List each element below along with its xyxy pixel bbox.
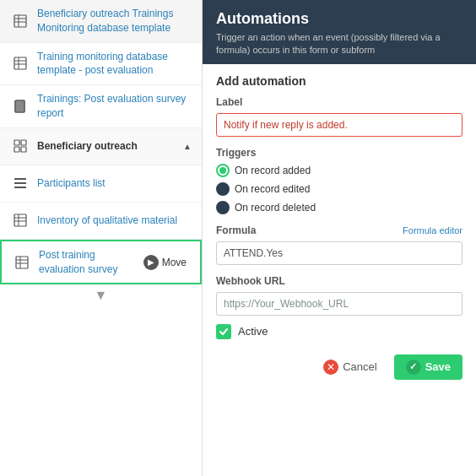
move-button[interactable]: ▶ Move: [140, 253, 190, 272]
sidebar-item-training-monitoring-label: Training monitoring database template - …: [37, 50, 192, 78]
formula-label: Formula: [216, 224, 256, 236]
table-icon: [10, 14, 30, 28]
automations-title: Automations: [216, 10, 462, 28]
sidebar-item-post-training-eval[interactable]: Post training evaluation survey ▶ Move: [0, 240, 202, 285]
svg-rect-14: [14, 178, 26, 180]
svg-rect-10: [14, 140, 19, 145]
formula-row: Formula Formula editor: [216, 224, 462, 236]
list-icon: [10, 176, 30, 190]
triggers-section: Triggers On record added On record edite…: [216, 147, 462, 214]
svg-rect-13: [21, 147, 26, 152]
automations-panel: Automations Trigger an action when an ev…: [203, 0, 476, 476]
formula-input[interactable]: [216, 241, 462, 265]
trigger-on-record-edited[interactable]: On record edited: [216, 182, 462, 196]
sidebar-item-trainings-post-eval-label: Trainings: Post evaluation survey report: [37, 92, 192, 121]
svg-rect-4: [14, 57, 26, 69]
save-icon: ✓: [406, 360, 421, 375]
svg-rect-0: [14, 15, 26, 27]
active-label: Active: [238, 325, 268, 338]
automations-header: Automations Trigger an action when an ev…: [203, 0, 476, 64]
label-field-label: Label: [216, 96, 462, 108]
radio-on-record-deleted[interactable]: [216, 201, 230, 214]
chevron-up-icon: ▲: [183, 142, 192, 151]
trigger-on-record-added[interactable]: On record added: [216, 164, 462, 177]
sidebar-item-participants-list[interactable]: Participants list: [0, 165, 202, 203]
table-icon-4: [12, 256, 32, 269]
add-automation-title: Add automation: [216, 74, 462, 88]
sidebar-item-beneficiary-outreach-trainings-label: Beneficiary outreach Trainings Monitorin…: [37, 7, 192, 35]
trigger-on-record-deleted[interactable]: On record deleted: [216, 201, 462, 214]
automations-description: Trigger an action when an event (possibl…: [216, 31, 462, 57]
active-checkbox[interactable]: [216, 324, 231, 339]
sidebar-item-participants-list-label: Participants list: [37, 176, 192, 191]
trigger-on-record-edited-label[interactable]: On record edited: [235, 183, 310, 195]
form-buttons: ✕ Cancel ✓ Save: [216, 351, 462, 383]
cancel-button[interactable]: ✕ Cancel: [315, 354, 385, 380]
automation-form: Add automation Label Triggers On record …: [203, 64, 476, 393]
table-icon-3: [10, 214, 30, 227]
sidebar-item-beneficiary-outreach-label: Beneficiary outreach: [37, 139, 180, 154]
webhook-label: Webhook URL: [216, 275, 462, 287]
trigger-on-record-deleted-label[interactable]: On record deleted: [235, 202, 316, 214]
save-button-label: Save: [425, 360, 451, 373]
book-icon: [10, 100, 30, 113]
webhook-input[interactable]: [216, 292, 462, 316]
scroll-down-indicator: ▼: [0, 284, 202, 306]
cancel-icon: ✕: [323, 360, 338, 375]
formula-editor-link[interactable]: Formula editor: [403, 225, 462, 235]
radio-inner-on-record-added: [219, 167, 226, 174]
radio-on-record-edited[interactable]: [216, 182, 230, 196]
save-button[interactable]: ✓ Save: [394, 354, 462, 380]
svg-rect-9: [15, 100, 24, 112]
grid-icon: [10, 139, 30, 153]
sidebar-item-inventory-qualitative-label: Inventory of qualitative material: [37, 214, 192, 228]
sidebar-item-trainings-post-eval[interactable]: Trainings: Post evaluation survey report: [0, 85, 202, 128]
sidebar-item-training-monitoring[interactable]: Training monitoring database template - …: [0, 43, 202, 86]
svg-rect-15: [14, 182, 26, 184]
svg-rect-11: [21, 140, 26, 145]
sidebar-item-post-training-eval-label: Post training evaluation survey: [39, 248, 140, 277]
table-icon-2: [10, 57, 30, 70]
radio-on-record-added[interactable]: [216, 164, 230, 177]
sidebar-item-inventory-qualitative[interactable]: Inventory of qualitative material: [0, 203, 202, 240]
move-circle-icon: ▶: [143, 255, 159, 270]
svg-rect-16: [14, 187, 26, 188]
move-button-label: Move: [162, 257, 187, 268]
svg-rect-17: [14, 214, 26, 226]
sidebar: Beneficiary outreach Trainings Monitorin…: [0, 0, 203, 476]
trigger-on-record-added-label[interactable]: On record added: [235, 165, 311, 176]
active-row: Active: [216, 324, 462, 339]
label-input[interactable]: [216, 113, 462, 137]
svg-rect-12: [14, 147, 19, 152]
triggers-label: Triggers: [216, 147, 462, 159]
sidebar-item-beneficiary-outreach-group[interactable]: Beneficiary outreach ▲: [0, 128, 202, 165]
cancel-button-label: Cancel: [343, 360, 376, 373]
sidebar-item-beneficiary-outreach-trainings[interactable]: Beneficiary outreach Trainings Monitorin…: [0, 0, 202, 43]
svg-rect-21: [16, 257, 28, 268]
